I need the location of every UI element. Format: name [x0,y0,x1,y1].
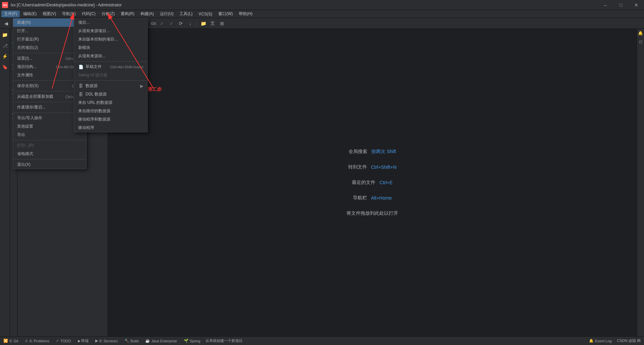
menu-settings-label: 设置(I)... [17,56,59,61]
translate-button[interactable]: 文 [209,19,217,27]
git-commit[interactable]: ✓ [158,19,166,27]
hint-goto-file: 转到文件 Ctrl+Shift+N [348,164,396,170]
new-url-datasource-item[interactable]: 来自 URL 的数据源 [74,98,147,107]
new-from-vcs-item[interactable]: 来自版本控制的项目... [74,35,147,44]
new-sep-1 [74,61,147,62]
bottom-tab-services[interactable]: ▶ 8: Services [94,338,119,344]
menu-save-label: 保存全部(S) [17,83,66,89]
structure-icon[interactable]: ⚡ [1,52,9,60]
right-layout[interactable]: ⊡ [638,39,644,45]
maximize-button[interactable]: □ [613,0,629,10]
new-module-item[interactable]: 新模块 [74,44,147,52]
new-drv-ds-label: 驱动程序和数据源 [78,117,143,122]
new-datasource-item[interactable]: 🗄 数据源 ▶ [74,82,147,90]
hint-recent-key: Ctrl+E [379,180,392,185]
bookmark-icon[interactable]: 🔖 [1,63,9,71]
menu-code[interactable]: 代码(C) [79,10,98,17]
app-logo: lxx [2,2,8,8]
menu-tools[interactable]: 工具(L) [177,10,195,17]
csdn-button[interactable]: CSDN @隐 网 [616,338,642,344]
menu-open-recent-label: 打开最近(R) [17,37,77,42]
services-tab-label: 8: Services [99,339,117,343]
bottom-tab-terminal[interactable]: ■ 终端 [76,338,90,344]
new-project-label: 项目... [78,20,143,25]
new-from-existing-block-item[interactable]: 从现有来源块... [74,52,147,60]
problems-tab-icon: ⚠ [25,339,28,343]
title-bar: lxx lxx [C:\Users\admin\Desktop\java\lxx… [0,0,644,10]
ddl-icon: 🗄 [78,92,84,97]
menu-print-item[interactable]: 打印...(P) [13,141,86,150]
menu-power-label: 省电模式 [17,151,82,157]
menu-analyze[interactable]: 分析(Z) [99,10,117,17]
new-url-ds-label: 来自 URL 的数据源 [78,100,143,106]
editor-area: 全局搜索 按两次 Shift 转到文件 Ctrl+Shift+N 最近的文件 C… [108,29,637,336]
menu-build[interactable]: 构建(A) [138,10,157,17]
menu-reload-label: 从磁盘全部重新加载 [17,94,59,99]
todo-tab-icon: ✓ [56,339,59,343]
build-tab-label: Build [130,339,139,343]
new-swing-label: Swing UI 设计器 [78,72,143,78]
new-swing-item[interactable]: Swing UI 设计器 [74,71,147,79]
todo-tab-label: TODO [60,339,71,343]
services-tab-icon: ▶ [95,339,98,343]
menu-edit[interactable]: 编辑(E) [20,10,39,17]
new-project-item[interactable]: 项目... [74,18,147,27]
bottom-tab-build[interactable]: 🔨 Build [123,338,140,344]
java-enterprise-label: Java Enterprise [151,339,177,343]
minimize-button[interactable]: – [598,0,613,10]
event-log-button[interactable]: 🔔 Event Log [588,338,613,344]
terminal-tab-label: 终端 [81,338,89,343]
hint-search-key: 按两次 Shift [371,149,396,155]
menu-invalidate-label: 作废缓存/重启... [17,105,82,110]
menu-navigate[interactable]: 导航(N) [59,10,78,17]
menu-open-label: 打开... [17,28,82,34]
terminal-tab-icon: ■ [78,339,80,343]
bottom-tab-problems[interactable]: ⚠ 6: Problems [23,338,51,344]
commit-icon[interactable]: ⎇ [1,42,9,50]
hint-drag: 将文件拖放到此处以打开 [346,210,398,216]
bottom-tab-java-enterprise[interactable]: ☕ Java Enterprise [144,338,178,344]
git-fetch[interactable]: ⟳ [177,19,185,27]
git-pull[interactable]: ↓ [186,19,194,27]
menu-help[interactable]: 帮助(H) [236,10,255,17]
new-driver-item[interactable]: 驱动程序 [74,124,147,132]
menu-window[interactable]: 窗口(W) [216,10,235,17]
right-icon-bar: 🔔 ⊡ [637,29,644,336]
new-path-datasource-item[interactable]: 来自路径的数据源 [74,107,147,115]
menu-refactor[interactable]: 重构(R) [118,10,137,17]
menu-file[interactable]: 文件(F) [1,10,20,17]
menu-power-item[interactable]: 省电模式 [13,150,86,158]
right-notifications[interactable]: 🔔 [638,30,644,36]
menu-vcs[interactable]: VCS(S) [196,11,215,17]
scratch-icon: 📄 [78,65,84,69]
bottom-tab-git[interactable]: 🔀 9: Git [2,338,19,344]
new-ds-arrow: ▶ [140,84,143,88]
build-button[interactable]: 📁 [199,19,207,27]
git-push[interactable]: ✓ [167,19,175,27]
new-ddl-label: DDL 数据源 [86,91,143,97]
hint-search-action: 全局搜索 [348,149,367,155]
menu-exit-item[interactable]: 退出(X) [13,160,86,169]
new-driver-datasource-item[interactable]: 驱动程序和数据源 [74,115,147,124]
window-controls: – □ ✕ [598,0,644,10]
new-scratch-label: 草稿文件 [86,64,104,70]
new-drv-label: 驱动程序 [78,125,143,131]
new-from-existing-item[interactable]: 从现有来源项目... [74,27,147,35]
menu-run[interactable]: 运行(U) [157,10,176,17]
new-scratch-item[interactable]: 📄 草稿文件 Ctrl+Alt+Shift+Insert [74,63,147,71]
status-text: 从草稿创建一个新项目 [206,339,243,343]
new-ddl-item[interactable]: 🗄 DDL 数据源 [74,90,147,98]
back-button[interactable]: ◀ [2,19,10,27]
bottom-tab-todo[interactable]: ✓ TODO [55,338,72,344]
window-title: lxx [C:\Users\admin\Desktop\java\lxx-med… [11,3,122,7]
hint-recent-action: 最近的文件 [352,180,375,186]
hint-navbar-key: Alt+Home [371,195,392,201]
bottom-tab-spring[interactable]: 🌱 Spring [182,338,202,344]
new-vcs-label: 来自版本控制的项目... [78,37,143,42]
layout-button[interactable]: ⊞ [218,19,226,27]
git-tab-icon: 🔀 [3,339,8,343]
project-icon[interactable]: 📁 [1,31,9,39]
menu-view[interactable]: 视图(V) [40,10,59,17]
close-button[interactable]: ✕ [629,0,644,10]
event-log-icon: 🔔 [589,339,594,343]
